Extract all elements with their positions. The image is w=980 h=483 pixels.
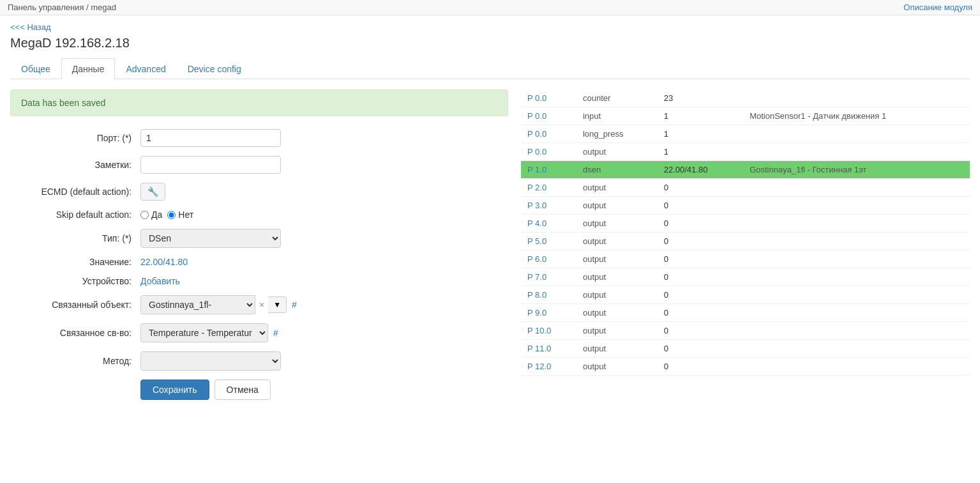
skip-label: Skip default action:: [10, 210, 132, 220]
row-type: output: [577, 143, 658, 161]
skip-group: Skip default action: Да Нет: [10, 210, 508, 220]
skip-radio-group: Да Нет: [140, 210, 193, 220]
row-description: [743, 268, 970, 286]
table-row[interactable]: P 0.0 long_press 1: [521, 125, 970, 143]
linked-property-label: Связанное св-во:: [10, 328, 132, 338]
alert-message: Data has been saved: [21, 98, 105, 108]
skip-no-radio[interactable]: [167, 211, 176, 219]
table-row[interactable]: P 3.0 output 0: [521, 197, 970, 215]
tabs: Общее Данные Advanced Device config: [10, 58, 970, 79]
row-value: 0: [658, 322, 743, 340]
row-description: [743, 215, 970, 233]
table-row[interactable]: P 10.0 output 0: [521, 322, 970, 340]
row-description: [743, 143, 970, 161]
table-row[interactable]: P 8.0 output 0: [521, 286, 970, 304]
table-row[interactable]: P 5.0 output 0: [521, 233, 970, 250]
row-port: P 6.0: [521, 250, 577, 268]
row-port: P 11.0: [521, 340, 577, 358]
type-label: Тип: (*): [10, 233, 132, 243]
action-buttons: Сохранить Отмена: [140, 379, 508, 400]
table-row[interactable]: P 2.0 output 0: [521, 179, 970, 197]
port-group: Порт: (*) 1: [10, 129, 508, 147]
row-port: P 0.0: [521, 89, 577, 107]
module-link[interactable]: Описание модуля: [903, 3, 972, 12]
table-row[interactable]: P 11.0 output 0: [521, 340, 970, 358]
row-description: [743, 179, 970, 197]
table-row[interactable]: P 9.0 output 0: [521, 304, 970, 322]
table-row[interactable]: P 7.0 output 0: [521, 268, 970, 286]
row-value: 22.00/41.80: [658, 161, 743, 179]
table-row[interactable]: P 6.0 output 0: [521, 250, 970, 268]
linked-object-clear-button[interactable]: ×: [257, 298, 267, 311]
row-value: 0: [658, 268, 743, 286]
save-button[interactable]: Сохранить: [140, 379, 209, 400]
linked-object-group: Связанный объект: Gostinnaya_1fl- Гост..…: [10, 295, 508, 314]
linked-property-wrapper: Temperature - Temperature #: [140, 323, 278, 342]
back-link[interactable]: <<< Назад: [10, 22, 51, 32]
linked-object-select[interactable]: Gostinnaya_1fl- Гост...: [140, 295, 255, 314]
row-description: Gostinnaya_1fl - Гостинная 1эт: [743, 161, 970, 179]
row-value: 0: [658, 250, 743, 268]
port-label: Порт: (*): [10, 133, 132, 143]
row-value: 1: [658, 107, 743, 125]
method-select[interactable]: [140, 351, 281, 371]
row-port: P 9.0: [521, 304, 577, 322]
row-value: 1: [658, 125, 743, 143]
row-port: P 2.0: [521, 179, 577, 197]
row-description: [743, 322, 970, 340]
row-port: P 7.0: [521, 268, 577, 286]
row-port: P 0.0: [521, 125, 577, 143]
tab-advanced[interactable]: Advanced: [115, 58, 176, 79]
page-title: MegaD 192.168.2.18: [10, 36, 970, 50]
linked-property-hash-link[interactable]: #: [273, 328, 278, 338]
value-group: Значение: 22.00/41.80: [10, 257, 508, 267]
row-description: [743, 197, 970, 215]
ecmd-group: ECMD (default action): 🔧: [10, 183, 508, 201]
table-row[interactable]: P 0.0 input 1 MotionSensor1 - Датчик дви…: [521, 107, 970, 125]
table-row[interactable]: P 12.0 output 0: [521, 358, 970, 376]
row-description: [743, 340, 970, 358]
table-row[interactable]: P 4.0 output 0: [521, 215, 970, 233]
row-type: output: [577, 322, 658, 340]
top-bar: Панель управления / megad Описание модул…: [0, 0, 980, 15]
type-select[interactable]: DSen Input Output I2C 1Wire: [140, 229, 281, 248]
skip-yes-label[interactable]: Да: [140, 210, 162, 220]
method-label: Метод:: [10, 356, 132, 366]
linked-object-select-wrapper: Gostinnaya_1fl- Гост... × ▼: [140, 295, 287, 314]
port-input[interactable]: 1: [140, 129, 281, 147]
ecmd-button[interactable]: 🔧: [140, 183, 165, 201]
value-label: Значение:: [10, 257, 132, 267]
row-value: 0: [658, 340, 743, 358]
table-row[interactable]: P 1.0 dsen 22.00/41.80 Gostinnaya_1fl - …: [521, 161, 970, 179]
device-group: Устройство: Добавить: [10, 276, 508, 286]
method-group: Метод:: [10, 351, 508, 371]
notes-input[interactable]: [140, 156, 281, 174]
row-port: P 10.0: [521, 322, 577, 340]
tab-obschee[interactable]: Общее: [10, 58, 61, 79]
tab-device-config[interactable]: Device config: [177, 58, 252, 79]
row-port: P 3.0: [521, 197, 577, 215]
row-description: [743, 125, 970, 143]
skip-no-label[interactable]: Нет: [167, 210, 193, 220]
add-device-link[interactable]: Добавить: [140, 276, 180, 286]
linked-object-hash-link[interactable]: #: [292, 300, 297, 310]
linked-object-label: Связанный объект:: [10, 300, 132, 310]
row-description: [743, 233, 970, 250]
row-type: output: [577, 179, 658, 197]
tab-dannye[interactable]: Данные: [61, 58, 116, 79]
breadcrumb: Панель управления / megad: [8, 3, 116, 12]
row-type: output: [577, 215, 658, 233]
device-label: Устройство:: [10, 276, 132, 286]
row-description: [743, 358, 970, 376]
table-row[interactable]: P 0.0 counter 23: [521, 89, 970, 107]
row-type: output: [577, 358, 658, 376]
value-text: 22.00/41.80: [140, 257, 188, 267]
linked-object-dropdown-button[interactable]: ▼: [268, 296, 287, 313]
linked-property-select[interactable]: Temperature - Temperature: [140, 323, 268, 342]
row-port: P 4.0: [521, 215, 577, 233]
table-row[interactable]: P 0.0 output 1: [521, 143, 970, 161]
row-value: 0: [658, 304, 743, 322]
cancel-button[interactable]: Отмена: [215, 379, 271, 400]
row-value: 0: [658, 286, 743, 304]
skip-yes-radio[interactable]: [140, 211, 149, 219]
